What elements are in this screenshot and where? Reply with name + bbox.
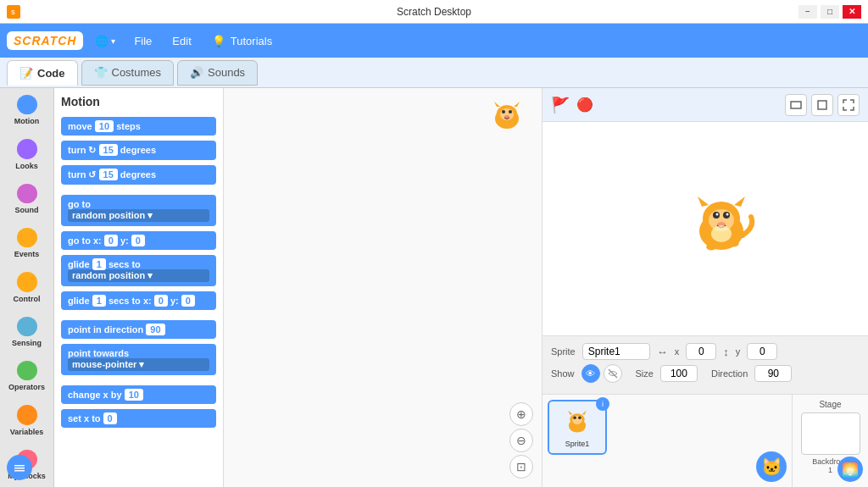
stage-topbar: 🚩 🔴: [542, 88, 868, 122]
variables-dot: [17, 405, 37, 424]
window-controls: − □ ✕: [798, 5, 861, 19]
stop-button[interactable]: 🔴: [576, 97, 593, 113]
stage-canvas[interactable]: [542, 122, 868, 335]
sprite-info-panel: Sprite ↔ x ↕ y Show 👁 Size Dir: [542, 335, 868, 394]
block-set-x[interactable]: set x to 0: [61, 409, 216, 428]
direction-input[interactable]: [754, 365, 792, 382]
add-sprite-area: 🐱: [756, 451, 787, 482]
tab-code[interactable]: 📝 Code: [7, 60, 78, 86]
close-button[interactable]: ✕: [843, 5, 861, 19]
operators-label: Operators: [8, 383, 45, 391]
large-stage-button[interactable]: [811, 94, 833, 116]
sprite-item-sprite1[interactable]: i Sprite1: [548, 400, 607, 455]
show-hidden-button[interactable]: [604, 364, 622, 383]
svg-point-7: [504, 115, 509, 119]
minimize-button[interactable]: −: [798, 5, 817, 19]
add-backdrop-button[interactable]: 🌅: [837, 457, 863, 482]
block-point-towards[interactable]: point towards mouse-pointer ▾: [61, 344, 216, 375]
block-point-direction[interactable]: point in direction 90: [61, 320, 216, 339]
y-label: y: [736, 346, 741, 357]
svg-rect-28: [14, 468, 25, 469]
control-label: Control: [14, 295, 41, 303]
looks-label: Looks: [15, 162, 38, 170]
svg-point-26: [578, 416, 581, 419]
stage-view-buttons: [785, 94, 860, 116]
stage-panel: Stage Backdrops 1 🌅: [792, 395, 868, 487]
tab-sounds[interactable]: 🔊 Sounds: [177, 60, 258, 86]
main-area: Motion Looks Sound Events Control Sensin…: [0, 88, 868, 487]
sound-dot: [17, 184, 37, 203]
zoom-in-button[interactable]: ⊕: [509, 402, 533, 426]
events-label: Events: [14, 250, 40, 258]
block-goto-random[interactable]: go to random position ▾: [61, 195, 216, 226]
svg-point-20: [711, 225, 732, 242]
size-input[interactable]: [660, 365, 698, 382]
code-canvas: [224, 88, 542, 487]
y-coord-input[interactable]: [747, 343, 777, 360]
fullscreen-button[interactable]: [837, 94, 860, 116]
small-stage-button[interactable]: [785, 94, 807, 116]
block-change-x[interactable]: change x by 10: [61, 385, 216, 404]
svg-point-15: [716, 213, 719, 215]
show-visible-button[interactable]: 👁: [581, 364, 600, 383]
block-goto-xy[interactable]: go to x: 0 y: 0: [61, 231, 216, 250]
sprite-name-input[interactable]: [582, 343, 650, 360]
sensing-dot: [17, 317, 37, 336]
categories-sidebar: Motion Looks Sound Events Control Sensin…: [0, 88, 54, 487]
motion-dot: [17, 95, 37, 114]
zoom-reset-button[interactable]: ⊡: [509, 455, 533, 479]
tab-costumes[interactable]: 👕 Costumes: [81, 60, 175, 86]
expand-button[interactable]: [7, 455, 32, 480]
stage-thumbnail[interactable]: [801, 412, 860, 455]
green-flag-button[interactable]: 🚩: [551, 96, 570, 114]
globe-icon: 🌐: [95, 35, 108, 47]
svg-rect-8: [791, 102, 801, 108]
file-menu[interactable]: File: [127, 31, 159, 51]
lightbulb-icon: 💡: [212, 35, 225, 47]
zoom-out-icon: ⊖: [516, 434, 526, 447]
scratch-logo: SCRATCH: [7, 31, 83, 50]
events-dot: [17, 228, 37, 247]
sidebar-item-control[interactable]: Control: [0, 265, 53, 309]
svg-point-16: [726, 213, 729, 215]
sidebar-item-sound[interactable]: Sound: [0, 177, 53, 221]
sprite-info-badge[interactable]: i: [596, 397, 609, 411]
sidebar-item-looks[interactable]: Looks: [0, 132, 53, 176]
sidebar-item-events[interactable]: Events: [0, 221, 53, 265]
operators-dot: [17, 361, 37, 380]
titlebar: S Scratch Desktop − □ ✕: [0, 0, 868, 24]
sidebar-item-sensing[interactable]: Sensing: [0, 310, 53, 354]
x-coord-input[interactable]: [686, 343, 716, 360]
block-turn-cw[interactable]: turn ↻ 15 degrees: [61, 141, 216, 160]
sidebar-item-motion[interactable]: Motion: [0, 88, 53, 132]
stage-sprite: [683, 185, 760, 264]
svg-text:S: S: [11, 9, 15, 15]
edit-menu[interactable]: Edit: [165, 31, 198, 51]
looks-dot: [17, 139, 37, 158]
y-coord-icon: ↕: [723, 346, 729, 358]
svg-point-5: [502, 110, 505, 113]
block-turn-ccw[interactable]: turn ↺ 15 degrees: [61, 165, 216, 185]
block-glide-xy[interactable]: glide 1 secs to x: 0 y: 0: [61, 291, 216, 310]
titlebar-left: S: [7, 5, 20, 19]
window-title: Scratch Desktop: [397, 6, 471, 18]
cat-add-icon: 🐱: [761, 457, 782, 477]
svg-line-21: [609, 369, 617, 378]
block-move[interactable]: move 10 steps: [61, 117, 216, 136]
tutorials-menu[interactable]: 💡 Tutorials: [205, 31, 279, 51]
x-label: x: [675, 346, 680, 357]
zoom-controls: ⊕ ⊖ ⊡: [509, 402, 533, 479]
globe-menu[interactable]: 🌐 ▾: [90, 31, 120, 51]
zoom-out-button[interactable]: ⊖: [509, 429, 533, 452]
control-dot: [17, 272, 37, 291]
svg-point-6: [509, 110, 512, 113]
sidebar-item-operators[interactable]: Operators: [0, 354, 53, 398]
maximize-button[interactable]: □: [821, 5, 839, 19]
sidebar-item-variables[interactable]: Variables: [0, 398, 53, 442]
sprite-thumb-label: Sprite1: [565, 440, 590, 448]
size-label: Size: [636, 368, 654, 379]
tabbar: 📝 Code 👕 Costumes 🔊 Sounds: [0, 58, 868, 88]
code-area[interactable]: ⊕ ⊖ ⊡: [224, 88, 542, 487]
add-sprite-button[interactable]: 🐱: [756, 451, 787, 482]
block-glide-random[interactable]: glide 1 secs to random position ▾: [61, 255, 216, 286]
